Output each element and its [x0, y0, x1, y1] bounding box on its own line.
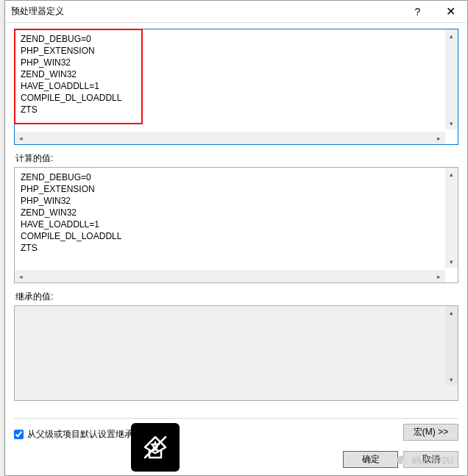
window-title: 预处理器定义 — [11, 5, 401, 18]
overlay-badge — [131, 423, 180, 472]
watermark: 码农UP2U — [396, 454, 453, 467]
scroll-down-icon[interactable]: ▾ — [445, 255, 458, 268]
editable-values-text[interactable]: ZEND_DEBUG=0 PHP_EXTENSION PHP_WIN32 ZEN… — [15, 29, 458, 128]
scroll-right-icon[interactable]: ▸ — [433, 270, 445, 283]
preprocessor-definitions-dialog: 预处理器定义 ? ✕ ZEND_DEBUG=0 PHP_EXTENSION PH… — [4, 0, 468, 476]
inherit-checkbox[interactable] — [14, 430, 24, 439]
titlebar: 预处理器定义 ? ✕ — [5, 1, 467, 23]
wechat-icon — [396, 454, 409, 467]
horizontal-scrollbar[interactable]: ◂ ▸ — [15, 270, 445, 283]
scroll-up-icon[interactable]: ▴ — [445, 306, 458, 319]
editable-values-textarea[interactable]: ZEND_DEBUG=0 PHP_EXTENSION PHP_WIN32 ZEN… — [14, 29, 458, 145]
inherit-checkbox-row[interactable]: 从父级或项目默认设置继承 — [14, 428, 133, 441]
dialog-content: ZEND_DEBUG=0 PHP_EXTENSION PHP_WIN32 ZEN… — [5, 23, 467, 408]
scroll-right-icon[interactable]: ▸ — [433, 132, 445, 144]
scroll-down-icon[interactable]: ▾ — [445, 117, 458, 129]
scroll-up-icon[interactable]: ▴ — [445, 168, 458, 180]
scroll-left-icon[interactable]: ◂ — [15, 270, 27, 283]
divider — [14, 418, 458, 419]
watermark-text: 码农UP2U — [412, 455, 453, 467]
computed-values-text: ZEND_DEBUG=0 PHP_EXTENSION PHP_WIN32 ZEN… — [15, 168, 458, 266]
scroll-up-icon[interactable]: ▴ — [445, 29, 458, 42]
macro-button[interactable]: 宏(M) >> — [403, 424, 458, 441]
bottom-buttons-area: 从父级或项目默认设置继承 宏(M) >> 确定 取消 — [14, 424, 458, 468]
scroll-left-icon[interactable]: ◂ — [15, 132, 27, 144]
computed-values-box: ZEND_DEBUG=0 PHP_EXTENSION PHP_WIN32 ZEN… — [14, 167, 458, 283]
close-button[interactable]: ✕ — [434, 1, 467, 23]
help-button[interactable]: ? — [401, 1, 434, 23]
svg-point-2 — [401, 459, 408, 466]
vertical-scrollbar[interactable]: ▴ ▾ — [445, 306, 458, 386]
ok-button[interactable]: 确定 — [343, 451, 398, 468]
vertical-scrollbar[interactable]: ▴ ▾ — [445, 29, 458, 129]
inherit-checkbox-label: 从父级或项目默认设置继承 — [27, 428, 133, 441]
no-translate-icon — [141, 433, 170, 462]
inherited-values-label: 继承的值: — [15, 291, 458, 303]
svg-line-0 — [145, 437, 166, 458]
vertical-scrollbar[interactable]: ▴ ▾ — [445, 168, 458, 268]
computed-values-label: 计算的值: — [15, 152, 458, 165]
horizontal-scrollbar[interactable]: ◂ ▸ — [15, 132, 445, 144]
scroll-down-icon[interactable]: ▾ — [445, 373, 458, 386]
inherited-values-box: ▴ ▾ — [14, 305, 458, 401]
